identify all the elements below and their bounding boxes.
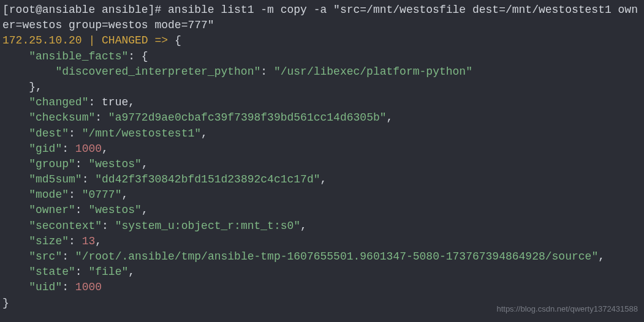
uid-key: "uid" bbox=[29, 281, 62, 293]
changed-val: true bbox=[102, 96, 128, 108]
dest-val: "/mnt/westostest1" bbox=[82, 127, 201, 140]
result-host: 172.25.10.20 bbox=[2, 34, 82, 47]
brace-open: { bbox=[175, 34, 181, 47]
watermark-text: https://blog.csdn.net/qwerty1372431588 bbox=[496, 304, 638, 315]
prompt-prefix: [root@ansiable ansible]# bbox=[2, 4, 168, 16]
group-key: "group" bbox=[29, 158, 75, 170]
size-key: "size" bbox=[29, 235, 69, 247]
result-arrow: => bbox=[148, 34, 175, 47]
src-val: "/root/.ansible/tmp/ansible-tmp-16076555… bbox=[75, 250, 598, 263]
state-val: "file" bbox=[88, 266, 128, 278]
checksum-val: "a9772d9ae0cbafc39f7398f39bd561cc14d6305… bbox=[108, 111, 387, 124]
md5sum-val: "dd42f3f30842bfd151d23892c4c1c17d" bbox=[95, 173, 320, 185]
terminal-output: [root@ansiable ansible]# ansible list1 -… bbox=[2, 2, 642, 311]
mode-key: "mode" bbox=[29, 189, 69, 201]
brace-close: } bbox=[2, 297, 9, 309]
result-pipe: | bbox=[82, 34, 102, 47]
gid-key: "gid" bbox=[29, 143, 62, 155]
group-val: "westos" bbox=[88, 158, 141, 170]
gid-val: 1000 bbox=[75, 143, 102, 155]
state-key: "state" bbox=[29, 266, 75, 278]
owner-key: "owner" bbox=[29, 204, 75, 216]
discovered-val: "/usr/libexec/platform-python" bbox=[274, 66, 472, 78]
mode-val: "0777" bbox=[82, 189, 122, 201]
src-key: "src" bbox=[29, 250, 62, 263]
result-status: CHANGED bbox=[102, 34, 148, 47]
uid-val: 1000 bbox=[75, 281, 102, 293]
dest-key: "dest" bbox=[29, 127, 69, 140]
secontext-val: "system_u:object_r:mnt_t:s0" bbox=[115, 220, 300, 232]
checksum-key: "checksum" bbox=[29, 111, 95, 124]
discovered-key: "discovered_interpreter_python" bbox=[55, 66, 260, 78]
md5sum-key: "md5sum" bbox=[29, 173, 81, 185]
changed-key: "changed" bbox=[29, 96, 88, 108]
secontext-key: "secontext" bbox=[29, 220, 102, 232]
ansible-facts-key: "ansible_facts" bbox=[29, 50, 128, 62]
size-val: 13 bbox=[82, 235, 96, 247]
owner-val: "westos" bbox=[88, 204, 141, 216]
